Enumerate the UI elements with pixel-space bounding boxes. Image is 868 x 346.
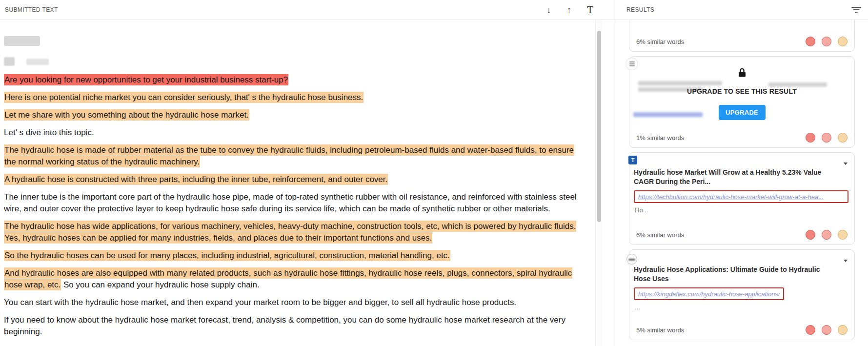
similarity-dots	[806, 37, 848, 46]
similarity-row: 6% similar words	[636, 230, 848, 240]
result-card-source[interactable]: Hydraulic Hose Applications: Ultimate Gu…	[629, 249, 855, 340]
results-title: RESULTS	[626, 6, 654, 13]
document-paragraph: Here is an infographic showing you the h…	[4, 344, 580, 346]
document-content: Are you looking for new opportunities to…	[0, 20, 595, 346]
document-scrollbar[interactable]	[595, 20, 602, 346]
similarity-dots	[806, 133, 848, 142]
document-paragraph: If you need to know about the hydraulic …	[4, 314, 580, 338]
similarity-dots	[806, 325, 848, 335]
source-title: Hydraulic hose Market Will Grow at a Hea…	[634, 168, 832, 186]
matched-url-box: https://kingdaflex.com/hydraulic-hose-ap…	[634, 287, 784, 300]
text-format-icon[interactable]: T	[587, 5, 593, 15]
document-text-segment: If you need to know about the hydraulic …	[4, 315, 565, 336]
result-card-source[interactable]: T Hydraulic hose Market Will Grow at a H…	[629, 152, 855, 245]
document-text-segment: The inner tube is the important core par…	[4, 192, 577, 213]
similarity-dot[interactable]	[822, 230, 831, 240]
similarity-dot[interactable]	[806, 37, 815, 46]
similarity-dots	[806, 230, 848, 240]
source-url-link[interactable]: https://techbullion.com/hydraulic-hose-m…	[638, 193, 824, 201]
lock-icon	[629, 67, 854, 78]
similarity-dot[interactable]	[838, 37, 848, 46]
document-text-segment: Let' s dive into this topic.	[4, 128, 94, 137]
favicon-letter: T	[631, 157, 635, 163]
chevron-down-icon[interactable]	[844, 260, 848, 262]
similarity-dot[interactable]	[822, 37, 831, 46]
similar-words-label: 6% similar words	[636, 231, 684, 239]
document-paragraph: A hydraulic hose is constructed with thr…	[4, 174, 580, 185]
source-title: Hydraulic Hose Applications: Ultimate Gu…	[634, 265, 832, 284]
source-url-link[interactable]: https://kingdaflex.com/hydraulic-hose-ap…	[638, 290, 780, 298]
similarity-dot[interactable]	[822, 325, 831, 335]
similar-words-label: 1% similar words	[636, 134, 684, 142]
submitted-text-title: SUBMITTED TEXT	[5, 6, 58, 13]
document-paragraph: The inner tube is the important core par…	[4, 191, 580, 215]
document-paragraph: Are you looking for new opportunities to…	[4, 74, 580, 86]
submitted-text-panel: SUBMITTED TEXT ↓ ↑ T Are you looking for…	[0, 0, 616, 346]
upgrade-button[interactable]: UPGRADE	[719, 105, 766, 120]
document-paragraph: The hydraulic hose has wide applications…	[4, 221, 580, 244]
document-body: Are you looking for new opportunities to…	[4, 74, 580, 346]
document-text-segment: The hydraulic hose has wide applications…	[4, 221, 576, 244]
document-paragraph: So the hydraulic hoses can be used for m…	[4, 250, 580, 262]
document-text-segment: You can start with the hydraulic hose ma…	[4, 298, 516, 307]
similarity-row: 6% similar words	[636, 37, 848, 46]
document-area: Are you looking for new opportunities to…	[0, 20, 602, 346]
result-card-locked: UPGRADE TO SEE THIS RESULT UPGRADE 1% si…	[629, 56, 855, 148]
similarity-dot[interactable]	[838, 230, 848, 240]
similarity-dot[interactable]	[838, 325, 848, 335]
redacted-subtitle-block	[26, 59, 49, 65]
matched-url-box: https://techbullion.com/hydraulic-hose-m…	[634, 190, 848, 203]
similarity-row: 1% similar words	[636, 133, 848, 142]
document-text-segment: A hydraulic hose is constructed with thr…	[4, 174, 388, 185]
source-snippet: ...	[635, 304, 854, 311]
source-snippet: Ho...	[635, 206, 854, 214]
document-paragraph: Here is one potential niche market you c…	[4, 92, 580, 103]
menu-icon	[629, 61, 635, 62]
redacted-avatar-block	[4, 57, 15, 66]
scrollbar-thumb[interactable]	[597, 31, 601, 222]
results-list: 6% similar words	[616, 20, 868, 346]
filter-icon[interactable]	[851, 6, 861, 14]
scroll-down-icon[interactable]: ↓	[546, 5, 551, 15]
blurred-link	[633, 112, 703, 117]
document-text-segment: Let me share with you something about th…	[4, 109, 249, 121]
document-paragraph: You can start with the hydraulic hose ma…	[4, 297, 580, 308]
similarity-row: 5% similar words	[636, 325, 848, 335]
result-card-partial[interactable]: 6% similar words	[629, 20, 855, 52]
document-paragraph: Let me share with you something about th…	[4, 109, 580, 121]
blurred-source-title	[638, 81, 722, 85]
submitted-text-header: SUBMITTED TEXT ↓ ↑ T	[0, 0, 616, 20]
similarity-dot[interactable]	[806, 325, 815, 335]
chevron-down-icon[interactable]	[844, 163, 848, 165]
document-toolbar: ↓ ↑ T	[546, 5, 593, 15]
similarity-dot[interactable]	[806, 230, 815, 240]
source-favicon: T	[628, 156, 637, 164]
similarity-dot[interactable]	[806, 133, 815, 142]
upgrade-message: UPGRADE TO SEE THIS RESULT	[629, 87, 854, 95]
similar-words-label: 6% similar words	[636, 38, 684, 45]
document-paragraph: The hydraulic hose is made of rubber mat…	[4, 144, 580, 168]
document-text-segment: Here is one potential niche market you c…	[4, 92, 363, 103]
similar-words-label: 5% similar words	[636, 326, 684, 334]
document-text-segment: The hydraulic hose is made of rubber mat…	[4, 144, 574, 167]
card-menu-button[interactable]	[626, 58, 638, 70]
document-text-segment: So the hydraulic hoses can be used for m…	[4, 250, 450, 261]
redacted-title-block	[4, 36, 40, 46]
similarity-dot[interactable]	[822, 133, 831, 142]
source-favicon	[626, 254, 637, 265]
scroll-up-icon[interactable]: ↑	[567, 5, 572, 15]
document-text-segment: So you can expand your hydraulic hose su…	[61, 280, 259, 289]
plagiarism-checker-app: SUBMITTED TEXT ↓ ↑ T Are you looking for…	[0, 0, 868, 346]
results-panel: RESULTS 6% similar words	[616, 0, 868, 346]
document-paragraph: And hydraulic hoses are also equipped wi…	[4, 267, 580, 291]
similarity-dot[interactable]	[838, 133, 848, 142]
redacted-meta-row	[4, 57, 580, 66]
results-header: RESULTS	[616, 0, 868, 20]
document-paragraph: Let' s dive into this topic.	[4, 127, 580, 139]
document-text-segment: Are you looking for new opportunities to…	[4, 74, 288, 85]
blurred-source-detail	[768, 82, 827, 87]
